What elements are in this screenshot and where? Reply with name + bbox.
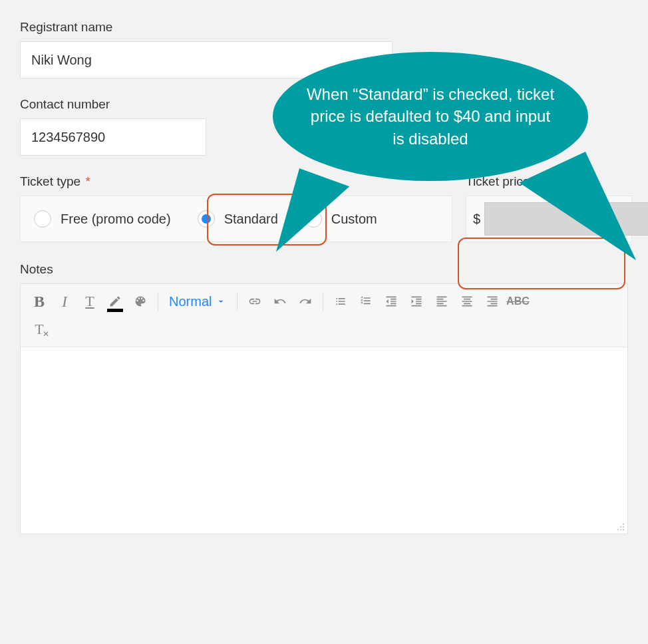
bullet-list-button[interactable] — [329, 289, 353, 313]
pencil-icon — [108, 295, 122, 308]
outdent-button[interactable] — [379, 289, 403, 313]
registrant-name-input[interactable] — [20, 41, 393, 79]
svg-point-0 — [623, 524, 624, 525]
redo-button[interactable] — [293, 289, 317, 313]
ticket-type-option-custom[interactable]: Custom — [291, 196, 391, 242]
contact-number-input[interactable] — [20, 118, 206, 156]
required-asterisk: * — [85, 174, 90, 188]
ticket-type-label: Ticket type — [20, 174, 81, 188]
link-icon — [248, 295, 261, 308]
svg-point-5 — [623, 529, 624, 530]
chevron-down-icon — [216, 296, 226, 307]
align-left-button[interactable] — [430, 289, 454, 313]
strikethrough-button[interactable]: ABC — [506, 289, 530, 313]
numbered-list-icon — [359, 295, 373, 308]
ticket-type-option-free-label: Free (promo code) — [61, 212, 171, 227]
editor-toolbar: B I T Normal — [21, 284, 627, 347]
contact-email-input[interactable] — [332, 118, 518, 156]
paragraph-format-dropdown[interactable]: Normal — [164, 294, 232, 309]
clear-formatting-button[interactable]: T✕ — [27, 317, 51, 341]
palette-icon — [134, 295, 147, 308]
currency-symbol: $ — [473, 212, 480, 227]
svg-point-4 — [620, 529, 621, 530]
bullet-list-icon — [334, 295, 347, 308]
background-color-button[interactable] — [128, 289, 152, 313]
indent-icon — [410, 295, 423, 308]
outdent-icon — [385, 295, 398, 308]
numbered-list-button[interactable] — [354, 289, 378, 313]
contact-email-label: Contact email — [332, 97, 628, 112]
svg-point-2 — [623, 526, 624, 528]
ticket-price-label: Ticket price — [466, 174, 632, 189]
undo-icon — [273, 295, 287, 308]
redo-icon — [299, 295, 312, 308]
ticket-type-option-standard[interactable]: Standard — [184, 196, 291, 242]
ticket-price-input — [484, 202, 648, 236]
paragraph-format-label: Normal — [169, 294, 212, 309]
ticket-type-radio-group: Free (promo code) Standard Custom — [20, 196, 452, 242]
link-button[interactable] — [243, 289, 267, 313]
notes-textarea[interactable] — [21, 347, 627, 534]
notes-label: Notes — [20, 262, 628, 277]
radio-icon — [34, 210, 51, 228]
align-left-icon — [435, 295, 448, 308]
align-right-button[interactable] — [480, 289, 504, 313]
indent-button[interactable] — [405, 289, 428, 313]
italic-button[interactable]: I — [53, 289, 77, 313]
resize-handle-icon[interactable] — [615, 522, 625, 531]
toolbar-separator — [158, 292, 158, 311]
ticket-type-option-standard-label: Standard — [224, 212, 278, 227]
align-right-icon — [486, 295, 499, 308]
bold-button[interactable]: B — [27, 289, 51, 313]
toolbar-separator — [237, 292, 238, 311]
notes-editor: B I T Normal — [20, 283, 628, 534]
text-color-button[interactable] — [103, 289, 127, 313]
svg-point-3 — [617, 529, 619, 530]
underline-button[interactable]: T — [78, 289, 102, 313]
ticket-type-option-custom-label: Custom — [331, 212, 377, 227]
align-center-icon — [460, 295, 474, 308]
contact-number-label: Contact number — [20, 97, 316, 112]
undo-button[interactable] — [268, 289, 292, 313]
radio-icon — [305, 210, 322, 228]
ticket-type-option-free[interactable]: Free (promo code) — [21, 196, 184, 242]
toolbar-separator — [323, 292, 323, 311]
radio-icon-checked — [198, 210, 215, 228]
align-center-button[interactable] — [455, 289, 479, 313]
svg-point-1 — [620, 526, 621, 528]
registrant-name-label: Registrant name — [20, 20, 628, 35]
